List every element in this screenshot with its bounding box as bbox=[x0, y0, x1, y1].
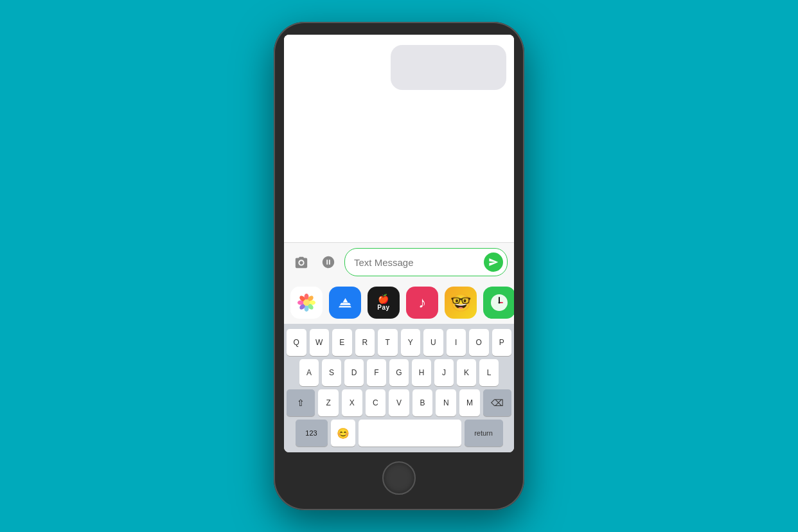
phone-frame: 🍎 Pay ♪ 🤓 bbox=[274, 22, 524, 510]
key-e[interactable]: E bbox=[332, 329, 352, 356]
clock-app-icon[interactable] bbox=[483, 287, 514, 319]
applepay-app-icon[interactable]: 🍎 Pay bbox=[368, 287, 400, 319]
keyboard: Q W E R T Y U I O P A S D F G H J bbox=[284, 324, 514, 452]
key-o[interactable]: O bbox=[469, 329, 489, 356]
key-u[interactable]: U bbox=[423, 329, 443, 356]
home-button-area bbox=[274, 452, 524, 505]
camera-icon[interactable] bbox=[290, 251, 312, 273]
music-app-icon[interactable]: ♪ bbox=[406, 287, 438, 319]
key-emoji[interactable]: 😊 bbox=[331, 420, 355, 447]
music-note-icon: ♪ bbox=[418, 294, 426, 312]
key-delete[interactable]: ⌫ bbox=[483, 389, 511, 416]
key-x[interactable]: X bbox=[342, 389, 362, 416]
key-m[interactable]: M bbox=[459, 389, 480, 416]
message-input-container[interactable] bbox=[344, 248, 508, 276]
key-c[interactable]: C bbox=[366, 389, 386, 416]
key-i[interactable]: I bbox=[447, 329, 466, 356]
svg-point-13 bbox=[499, 302, 501, 304]
send-button[interactable] bbox=[484, 253, 503, 272]
message-area bbox=[284, 35, 514, 242]
key-t[interactable]: T bbox=[378, 329, 398, 356]
key-y[interactable]: Y bbox=[401, 329, 421, 356]
keyboard-row-4: 123 😊 return bbox=[287, 420, 511, 447]
keyboard-row-1: Q W E R T Y U I O P bbox=[287, 329, 511, 356]
key-j[interactable]: J bbox=[434, 359, 454, 386]
key-v[interactable]: V bbox=[389, 389, 409, 416]
key-shift[interactable]: ⇧ bbox=[287, 389, 315, 416]
toolbar-row bbox=[284, 242, 514, 281]
key-return[interactable]: return bbox=[465, 420, 503, 447]
key-h[interactable]: H bbox=[412, 359, 431, 386]
key-space[interactable] bbox=[359, 420, 461, 447]
keyboard-row-2: A S D F G H J K L bbox=[287, 359, 511, 386]
key-f[interactable]: F bbox=[367, 359, 386, 386]
key-r[interactable]: R bbox=[355, 329, 375, 356]
svg-point-9 bbox=[303, 299, 310, 306]
key-l[interactable]: L bbox=[479, 359, 499, 386]
applepay-label: 🍎 Pay bbox=[377, 294, 389, 311]
home-button[interactable] bbox=[382, 461, 416, 495]
key-z[interactable]: Z bbox=[318, 389, 339, 416]
message-bubble bbox=[391, 45, 506, 90]
phone-screen: 🍎 Pay ♪ 🤓 bbox=[284, 35, 514, 452]
app-icons-row: 🍎 Pay ♪ 🤓 bbox=[284, 281, 514, 324]
key-numbers[interactable]: 123 bbox=[296, 420, 328, 447]
key-d[interactable]: D bbox=[344, 359, 364, 386]
message-input[interactable] bbox=[354, 257, 480, 268]
key-g[interactable]: G bbox=[389, 359, 409, 386]
key-k[interactable]: K bbox=[457, 359, 476, 386]
key-a[interactable]: A bbox=[299, 359, 319, 386]
keyboard-row-3: ⇧ Z X C V B N M ⌫ bbox=[287, 389, 511, 416]
key-b[interactable]: B bbox=[412, 389, 433, 416]
appstore-small-icon[interactable] bbox=[317, 251, 339, 273]
memoji-app-icon[interactable]: 🤓 bbox=[445, 287, 477, 319]
key-q[interactable]: Q bbox=[287, 329, 306, 356]
key-s[interactable]: S bbox=[322, 359, 341, 386]
appstore-app-icon[interactable] bbox=[329, 287, 361, 319]
key-p[interactable]: P bbox=[492, 329, 512, 356]
key-n[interactable]: N bbox=[436, 389, 456, 416]
photos-app-icon[interactable] bbox=[290, 287, 323, 319]
key-w[interactable]: W bbox=[310, 329, 330, 356]
